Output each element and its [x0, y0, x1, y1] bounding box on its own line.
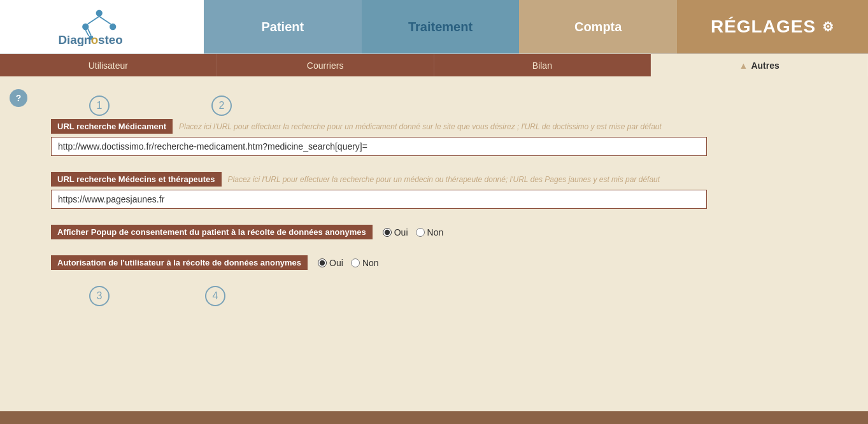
svg-line-5 — [99, 17, 111, 24]
url-medecins-field: URL recherche Médecins et thérapeutes Pl… — [51, 172, 849, 209]
svg-point-2 — [110, 24, 116, 30]
autorisation-oui-radio[interactable] — [318, 258, 327, 267]
sub-nav: Utilisateur Courriers Bilan ▲ Autres — [0, 54, 868, 76]
svg-line-4 — [88, 17, 99, 24]
tab-patient[interactable]: Patient — [204, 0, 362, 53]
svg-text:Diag: Diag — [58, 33, 84, 46]
callout-4: 4 — [205, 286, 225, 306]
autorisation-non-option[interactable]: Non — [351, 258, 379, 268]
callout-1: 1 — [89, 95, 110, 116]
popup-consentement-row: Afficher Popup de consentement du patien… — [51, 225, 849, 239]
tab-patient-label: Patient — [261, 20, 304, 34]
popup-consentement-field: Afficher Popup de consentement du patien… — [51, 225, 849, 239]
tab-reglages-label: RÉGLAGES — [711, 17, 816, 37]
popup-consentement-options: Oui Non — [383, 227, 443, 237]
autorisation-row: Autorisation de l'utilisateur à la récol… — [51, 255, 849, 270]
svg-text:n: n — [84, 33, 92, 46]
svg-text:o: o — [91, 33, 99, 46]
url-medicament-label-row: URL recherche Médicament Placez ici l'UR… — [51, 119, 849, 134]
header: Diag n o steo Patient Traitement Compta … — [0, 0, 868, 54]
subnav-bilan[interactable]: Bilan — [434, 54, 651, 76]
popup-non-option[interactable]: Non — [416, 227, 444, 237]
main-content: ? 1 2 URL recherche Médicament Placez ic… — [0, 76, 868, 319]
url-medecins-label-row: URL recherche Médecins et thérapeutes Pl… — [51, 172, 849, 187]
gear-icon: ⚙ — [822, 19, 834, 34]
form-section: 1 2 URL recherche Médicament Placez ici … — [51, 95, 849, 306]
url-medecins-hint: Placez ici l'URL pour effectuer la reche… — [228, 175, 660, 184]
autorisation-options: Oui Non — [318, 258, 378, 268]
tab-traitement-label: Traitement — [408, 20, 473, 34]
autorisation-non-radio[interactable] — [351, 258, 360, 267]
url-medicament-input[interactable] — [51, 137, 707, 156]
svg-text:steo: steo — [98, 33, 123, 46]
logo-area: Diag n o steo — [0, 0, 204, 53]
url-medecins-label: URL recherche Médecins et thérapeutes — [51, 172, 222, 187]
triangle-icon: ▲ — [739, 60, 748, 71]
tab-compta-label: Compta — [574, 20, 622, 34]
tab-reglages[interactable]: RÉGLAGES ⚙ — [677, 0, 868, 53]
popup-oui-option[interactable]: Oui — [383, 227, 408, 237]
autorisation-oui-option[interactable]: Oui — [318, 258, 343, 268]
autorisation-field: Autorisation de l'utilisateur à la récol… — [51, 255, 849, 270]
subnav-autres[interactable]: ▲ Autres — [651, 54, 868, 76]
url-medecins-input[interactable] — [51, 190, 707, 209]
url-medicament-field: URL recherche Médicament Placez ici l'UR… — [51, 119, 849, 156]
tab-compta[interactable]: Compta — [519, 0, 677, 53]
callout-3: 3 — [89, 286, 110, 306]
url-medicament-hint: Placez ici l'URL pour effectuer la reche… — [179, 122, 662, 131]
svg-point-0 — [96, 10, 103, 16]
autorisation-label: Autorisation de l'utilisateur à la récol… — [51, 255, 308, 270]
bottom-bar — [0, 411, 868, 424]
tab-traitement[interactable]: Traitement — [362, 0, 520, 53]
logo-svg: Diag n o steo — [45, 8, 159, 46]
popup-oui-radio[interactable] — [383, 228, 392, 237]
subnav-utilisateur[interactable]: Utilisateur — [0, 54, 217, 76]
subnav-courriers[interactable]: Courriers — [217, 54, 434, 76]
url-medicament-label: URL recherche Médicament — [51, 119, 173, 134]
popup-non-radio[interactable] — [416, 228, 425, 237]
popup-consentement-label: Afficher Popup de consentement du patien… — [51, 225, 373, 239]
nav-tabs: Patient Traitement Compta RÉGLAGES ⚙ — [204, 0, 868, 53]
help-button[interactable]: ? — [10, 89, 27, 107]
callout-2: 2 — [211, 95, 232, 116]
